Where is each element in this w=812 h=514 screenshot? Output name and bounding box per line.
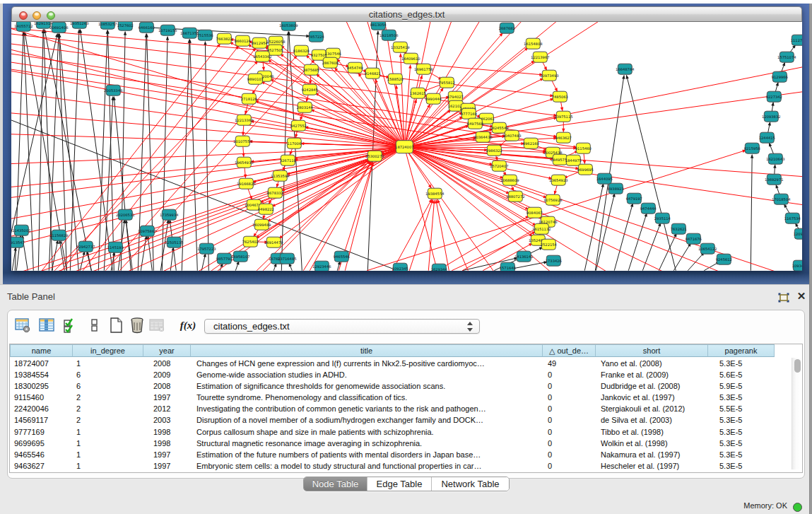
table-row[interactable]: 946554611997Estimation of the future num…: [10, 449, 775, 460]
tab-node-table[interactable]: Node Table: [304, 477, 367, 491]
graph-node[interactable]: 19384554: [425, 188, 445, 199]
graph-node[interactable]: 2935114: [654, 213, 671, 223]
graph-node[interactable]: 16648784: [616, 64, 635, 74]
graph-node[interactable]: 6479197: [626, 193, 642, 204]
graph-node[interactable]: 8678332: [267, 187, 283, 198]
graph-node[interactable]: 16958107: [231, 251, 249, 262]
graph-node[interactable]: 1112757: [791, 35, 802, 45]
graph-node[interactable]: 10107553: [233, 136, 252, 146]
graph-node[interactable]: 3267110: [280, 155, 296, 165]
graph-node[interactable]: 1644095: [596, 173, 613, 184]
graph-node[interactable]: 20364436: [473, 132, 492, 142]
graph-node[interactable]: 12213967: [531, 52, 549, 62]
delete-rows-button[interactable]: [128, 316, 146, 334]
new-table-button[interactable]: [107, 316, 125, 334]
graph-node[interactable]: 2718126: [241, 93, 257, 104]
table-row[interactable]: 1872400712008Changes of HCN gene express…: [10, 358, 775, 369]
graph-node[interactable]: 14055712: [14, 22, 33, 31]
graph-node[interactable]: 2687682: [499, 23, 515, 33]
graph-node[interactable]: 14136141: [514, 251, 533, 262]
citation-edge-black[interactable]: [148, 236, 152, 271]
graph-node[interactable]: 1527602: [117, 22, 134, 30]
citation-edge-black[interactable]: [182, 40, 189, 271]
graph-node[interactable]: 1209383: [794, 228, 802, 239]
graph-node[interactable]: 1629344: [431, 264, 448, 271]
citation-edge-black[interactable]: [751, 155, 752, 271]
table-row[interactable]: 2242004622012Investigating the contribut…: [10, 403, 775, 414]
citation-edge-red[interactable]: [11, 92, 404, 147]
graph-node[interactable]: 1167534: [784, 213, 801, 223]
graph-node[interactable]: 25300273: [365, 151, 384, 161]
graph-node[interactable]: 1092345: [392, 263, 408, 271]
graph-node[interactable]: 9463627: [555, 132, 572, 143]
graph-node[interactable]: 15720407: [490, 160, 508, 171]
graph-node[interactable]: 16151132: [532, 223, 551, 234]
graph-node[interactable]: 13654923: [549, 175, 567, 185]
table-row[interactable]: 1830029562008Estimation of significance …: [10, 380, 775, 392]
tab-edge-table[interactable]: Edge Table: [367, 477, 431, 491]
graph-node[interactable]: 16409610: [401, 53, 420, 64]
citation-edge-red[interactable]: [437, 199, 468, 271]
graph-node[interactable]: 117006: [287, 138, 301, 148]
graph-node[interactable]: 16543362: [253, 51, 271, 62]
table-row[interactable]: 1456911722003Disruption of a novel membe…: [10, 414, 775, 426]
graph-node[interactable]: 9146821: [365, 68, 381, 78]
graph-node[interactable]: 19218506: [379, 30, 398, 40]
graph-node[interactable]: 7625402: [242, 236, 259, 247]
graph-node[interactable]: 15751074: [777, 52, 796, 62]
graph-node[interactable]: 12923446: [312, 261, 331, 271]
tab-network-table[interactable]: Network Table: [431, 477, 509, 491]
graph-node[interactable]: 19351263: [70, 22, 88, 28]
graph-node[interactable]: 20691406: [49, 22, 68, 33]
column-header-pagerank[interactable]: pagerank: [708, 344, 775, 357]
graph-node[interactable]: 16961758: [414, 64, 433, 74]
citation-edge-black[interactable]: [627, 75, 676, 270]
citation-edge-red[interactable]: [11, 113, 404, 147]
graph-node[interactable]: 9890107: [247, 74, 264, 84]
graph-node[interactable]: 9777169: [461, 108, 477, 119]
table-selector-dropdown[interactable]: citations_edges.txt: [204, 319, 480, 334]
graph-node[interactable]: 1571648: [500, 262, 516, 271]
graph-node[interactable]: 1244415: [759, 132, 775, 143]
graph-node[interactable]: 16914479: [264, 237, 283, 247]
column-header-in_degree[interactable]: in_degree: [73, 344, 143, 357]
graph-node[interactable]: 10853257: [98, 22, 117, 29]
graph-node[interactable]: 6497568: [467, 118, 483, 129]
graph-node[interactable]: 8454749: [347, 62, 363, 73]
graph-node[interactable]: 13692971: [765, 174, 783, 185]
graph-node[interactable]: 12213363: [235, 115, 253, 125]
graph-node[interactable]: 8471676: [686, 233, 702, 244]
graph-node[interactable]: 1844975: [565, 155, 582, 165]
graph-node[interactable]: 18807272: [506, 191, 524, 201]
graph-node[interactable]: 8962160: [523, 138, 539, 148]
graph-node[interactable]: 20053346: [104, 85, 122, 95]
graph-node[interactable]: 10719155: [158, 25, 177, 35]
graph-node[interactable]: 9242845: [302, 84, 318, 95]
graph-node[interactable]: 16671355: [180, 28, 199, 38]
table-row[interactable]: 911546021997Tourette syndrome. Phenomeno…: [10, 392, 775, 403]
network-graph-canvas[interactable]: 1405571216291314206914061935126310853257…: [11, 22, 802, 271]
minimize-window-button[interactable]: [33, 11, 41, 20]
citation-edge-red[interactable]: [281, 54, 405, 147]
graph-node[interactable]: 8186328: [293, 45, 310, 56]
table-row[interactable]: 946362711997Embryonic stem cells: a mode…: [10, 460, 775, 472]
graph-node[interactable]: 7663822: [216, 33, 233, 44]
graph-node[interactable]: 11435001: [12, 225, 30, 235]
citation-edge-black[interactable]: [162, 37, 167, 271]
citation-edge-red[interactable]: [404, 147, 437, 271]
graph-node[interactable]: 11156829: [49, 230, 68, 240]
graph-node[interactable]: 6466160: [139, 22, 155, 33]
graph-node[interactable]: 12942737: [76, 241, 95, 252]
graph-node[interactable]: 13975115: [554, 111, 572, 122]
citation-edge-black[interactable]: [281, 32, 288, 271]
table-row[interactable]: 977716911998Corpus callosum shape and si…: [10, 426, 775, 438]
graph-node[interactable]: 9084067: [526, 207, 543, 218]
graph-node[interactable]: 16053809: [279, 22, 298, 30]
graph-node[interactable]: 16099489: [252, 219, 271, 230]
citation-edge-black[interactable]: [688, 252, 704, 271]
graph-node[interactable]: 7632621: [671, 223, 687, 234]
function-builder-button[interactable]: f(x): [179, 316, 197, 334]
graph-node[interactable]: 8813054: [370, 22, 387, 30]
graph-node[interactable]: 8990444: [425, 93, 442, 104]
citation-edge-black[interactable]: [235, 261, 239, 270]
